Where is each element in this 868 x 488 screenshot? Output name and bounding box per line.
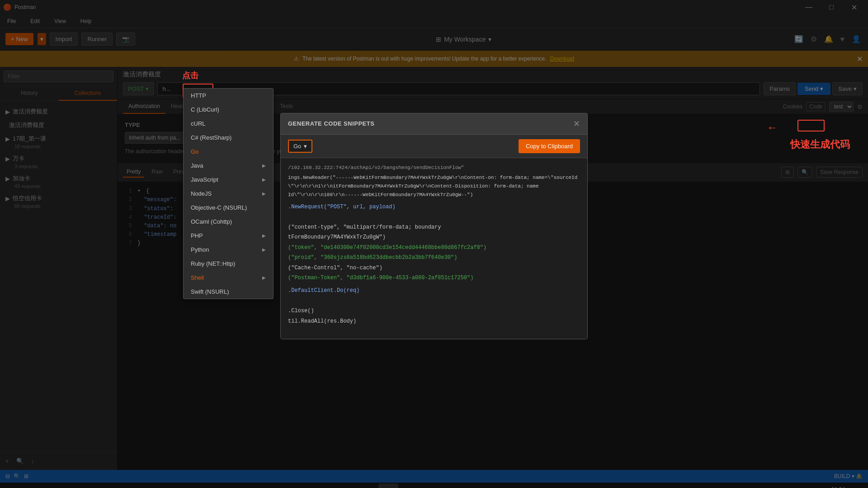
modal-overlay: GENERATE CODE SNIPPETS ✕ Go ▾ Copy to Cl… — [0, 0, 868, 488]
arrow-annotation: ← — [767, 121, 778, 134]
copy-clipboard-button[interactable]: Copy to Clipboard — [519, 139, 580, 153]
dropdown-item-php[interactable]: PHP ▶ — [184, 229, 273, 243]
dropdown-item-csharp[interactable]: C# (RestSharp) — [184, 131, 273, 145]
modal-toolbar: Go ▾ Copy to Clipboard — [281, 135, 587, 158]
dropdown-item-shell[interactable]: Shell ▶ — [184, 271, 273, 285]
dropdown-item-nodejs[interactable]: NodeJS ▶ — [184, 187, 273, 201]
generate-code-modal: GENERATE CODE SNIPPETS ✕ Go ▾ Copy to Cl… — [280, 113, 588, 339]
code-url-line: /192.168.32.222:7424/authApi/v2/bangshen… — [288, 164, 580, 172]
dropdown-item-java[interactable]: Java ▶ — [184, 159, 273, 173]
dropdown-item-javascript[interactable]: JavaScript ▶ — [184, 173, 273, 187]
dropdown-item-http[interactable]: HTTP — [184, 89, 273, 103]
dropdown-item-curl[interactable]: cURL — [184, 117, 273, 131]
code-snippet-area: /192.168.32.222:7424/authApi/v2/bangshen… — [281, 158, 587, 339]
red-box-code-button — [797, 120, 825, 131]
dropdown-item-ruby[interactable]: Ruby (NET::Http) — [184, 257, 273, 271]
modal-title: GENERATE CODE SNIPPETS — [288, 120, 374, 127]
modal-close-button[interactable]: ✕ — [573, 119, 580, 129]
language-dropdown-menu: HTTP C (LibCurl) cURL C# (RestSharp) Go … — [183, 88, 274, 299]
dropdown-item-swift[interactable]: Swift (NSURL) — [184, 285, 273, 299]
cn-text-annotation: 快速生成代码 — [790, 138, 850, 151]
code-reader-line: ings.NewReader("------WebKitFormBoundary… — [288, 174, 580, 199]
dropdown-item-c-libcurl[interactable]: C (LibCurl) — [184, 103, 273, 117]
dropdown-item-go[interactable]: Go — [184, 145, 273, 159]
modal-header: GENERATE CODE SNIPPETS ✕ — [281, 113, 587, 135]
click-annotation: 点击 — [182, 70, 198, 81]
dropdown-item-objc[interactable]: Objective-C (NSURL) — [184, 201, 273, 215]
modal-body: Go ▾ Copy to Clipboard /192.168.32.222:7… — [281, 135, 587, 339]
dropdown-item-ocaml[interactable]: OCaml (Cohttp) — [184, 215, 273, 229]
language-selector[interactable]: Go ▾ — [288, 140, 312, 153]
dropdown-item-python[interactable]: Python ▶ — [184, 243, 273, 257]
